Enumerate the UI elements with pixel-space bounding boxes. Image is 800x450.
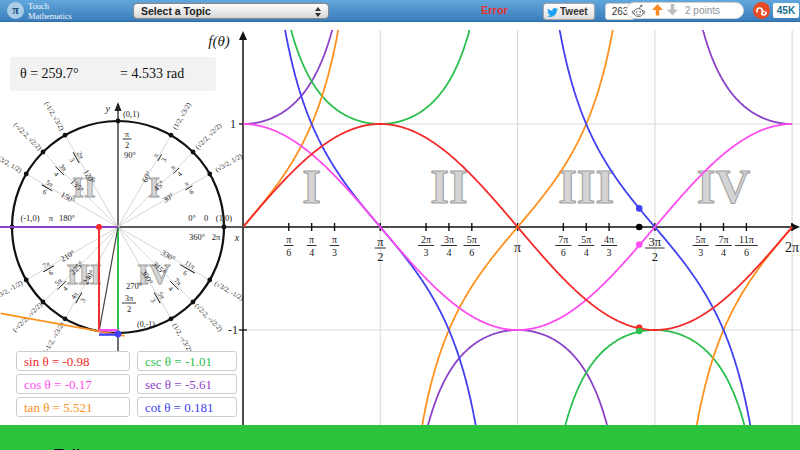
svg-text:3: 3 [160,156,169,163]
angle-rad-label-240: 4π3 [68,288,89,307]
graph-quadrant-IV: IV [697,160,751,213]
angle-rad-label-45: π4 [167,162,185,180]
svg-text:(√2/2, √2/2): (√2/2, √2/2) [194,121,224,151]
angle-coord-label-315: (√2/2, -√2/2) [193,302,225,334]
svg-text:π: π [125,129,130,139]
svg-text:3: 3 [698,247,703,258]
theta-radians: = 4.533 rad [120,57,184,91]
svg-text:3: 3 [68,157,77,164]
graph-marker-theta-axis[interactable] [636,224,643,231]
circle-y-label: y [105,103,111,114]
topic-select-label: Select a Topic [141,5,211,17]
reddit-widget: 2 points [626,2,744,19]
value-box-cos: cos θ = -0.17 [16,374,130,394]
svg-text:4: 4 [721,247,726,258]
svg-text:6: 6 [188,188,195,197]
value-text-cot: cot θ = 0.181 [145,400,213,415]
value-text-cos: cos θ = -0.17 [24,377,92,392]
angle-rad-label-300: 5π3 [146,288,167,307]
svg-text:4: 4 [52,170,60,178]
graph-marker-csc[interactable] [636,328,643,335]
svg-text:π: π [377,235,384,249]
svg-text:6: 6 [48,269,55,278]
circle-cos-dot[interactable] [96,224,102,230]
svg-text:π: π [49,213,54,223]
angle-rad-label-120: 2π3 [65,148,86,167]
error-text: Error [481,4,508,16]
pi-logo-icon[interactable]: π [7,2,24,19]
circle-x-label: x [234,232,240,243]
svg-text:-1: -1 [228,323,238,337]
tweet-button[interactable]: Tweet [543,3,595,20]
svg-text:(1,0): (1,0) [216,213,232,223]
graph-quadrant-III: III [558,160,614,213]
share-count[interactable]: 45K [773,3,799,18]
logo-text[interactable]: Touch Mathematics [28,1,72,21]
graph-marker-cos[interactable] [636,241,643,248]
svg-text:2: 2 [125,140,129,150]
svg-text:4π: 4π [604,234,614,245]
svg-text:4: 4 [584,247,589,258]
logo-line1: Touch [28,1,72,11]
angle-coord-label-330: (√3/2, -1/2) [213,279,245,302]
svg-text:(-√3/2, 1/2): (-√3/2, 1/2) [0,151,24,174]
svg-text:(√3/2, -1/2): (√3/2, -1/2) [213,279,245,302]
svg-text:3π: 3π [649,235,662,249]
svg-text:(1/2, -√3/2): (1/2, -√3/2) [170,322,193,354]
svg-text:11π: 11π [739,234,754,245]
svg-text:(-1,0): (-1,0) [20,213,39,223]
value-box-sin: sin θ = -0.98 [16,351,130,371]
downvote-icon[interactable] [667,4,678,16]
graph-marker-cot[interactable] [636,205,643,212]
svg-text:90°: 90° [124,150,136,160]
reddit-alien-icon[interactable] [631,4,646,18]
value-text-tan: tan θ = 5.521 [24,400,92,415]
stumbleupon-icon[interactable] [753,2,770,19]
upvote-icon[interactable] [652,4,663,16]
svg-text:(-√3/2, -1/2): (-√3/2, -1/2) [0,279,25,304]
svg-text:2: 2 [127,304,131,314]
angle-rad-label-60: π3 [150,150,169,166]
topic-select-dropdown[interactable]: Select a Topic [133,3,329,19]
angle-coord-label-60: (1/2, √3/2) [171,101,193,131]
twitter-bird-icon [547,8,558,17]
svg-text:5π: 5π [696,234,706,245]
svg-text:7π: 7π [558,234,568,245]
svg-text:2π: 2π [212,232,221,242]
svg-text:6: 6 [286,247,291,258]
svg-text:(-1/2, √3/2): (-1/2, √3/2) [42,100,65,132]
svg-text:2: 2 [652,250,658,264]
tweet-label: Tweet [560,6,588,17]
svg-text:4: 4 [176,170,184,178]
svg-text:π: π [309,234,314,245]
graph-y-axis-label: f(θ) [208,33,230,50]
circle-point-dot[interactable] [115,331,122,338]
value-box-tan: tan θ = 5.521 [16,397,130,417]
angle-deg-label-30: 30° [161,191,175,204]
svg-text:180°: 180° [59,213,75,223]
touch-mathematics-app: IIIIIIIVf(θ)1-1π6π4π3π22π33π45π6π7π65π44… [0,0,800,450]
theta-degrees: θ = 259.7° [20,57,79,91]
svg-text:270°: 270° [126,281,142,291]
svg-text:1: 1 [230,117,236,131]
angle-rad-label-210: 7π6 [39,258,58,279]
value-text-sin: sin θ = -0.98 [24,354,90,369]
angle-rad-label-150: 5π6 [37,177,56,198]
svg-text:360°: 360° [189,232,205,242]
angle-coord-label-225: (-√2/2, -√2/2) [11,301,44,334]
angle-rad-label-135: 3π4 [49,160,70,181]
select-stepper-icon [315,7,322,17]
svg-text:(√3/2, 1/2): (√3/2, 1/2) [214,152,244,174]
svg-text:2π: 2π [421,234,431,245]
angle-coord-label-135: (-√2/2, √2/2) [12,121,44,153]
comments-bar[interactable]: Talk about this topic | [0,425,800,450]
svg-text:7π: 7π [718,234,728,245]
svg-text:π: π [514,240,521,255]
svg-text:0: 0 [204,213,208,223]
svg-text:3: 3 [332,247,337,258]
svg-text:6: 6 [469,247,474,258]
svg-text:(0,1): (0,1) [123,109,139,119]
value-box-cot: cot θ = 0.181 [137,397,237,417]
angle-coord-label-45: (√2/2, √2/2) [194,121,224,151]
svg-text:π: π [286,234,291,245]
